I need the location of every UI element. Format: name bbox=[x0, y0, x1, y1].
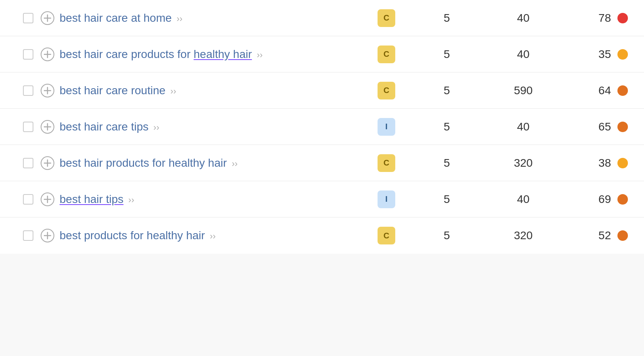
score-value: 65 bbox=[599, 120, 611, 133]
badge-col: C bbox=[362, 46, 411, 63]
volume-col: 5 bbox=[411, 84, 483, 97]
search-volume-col: 590 bbox=[483, 84, 564, 97]
badge-col: I bbox=[362, 190, 411, 208]
score-col: 52 bbox=[564, 229, 628, 242]
checkbox-col bbox=[16, 49, 40, 60]
score-col: 65 bbox=[564, 120, 628, 133]
score-dot bbox=[617, 230, 628, 241]
keyword-link[interactable]: best hair products for healthy hair ›› bbox=[60, 155, 237, 171]
add-icon[interactable] bbox=[40, 11, 55, 25]
row-checkbox[interactable] bbox=[23, 13, 33, 23]
row-checkbox[interactable] bbox=[23, 158, 33, 168]
add-icon[interactable] bbox=[40, 83, 55, 98]
volume-col: 5 bbox=[411, 12, 483, 25]
row-checkbox[interactable] bbox=[23, 85, 33, 96]
keyword-col: best hair care tips ›› bbox=[40, 119, 362, 135]
checkbox-col bbox=[16, 13, 40, 23]
row-checkbox[interactable] bbox=[23, 49, 33, 60]
type-badge[interactable]: C bbox=[378, 154, 395, 172]
chevron-icon: ›› bbox=[174, 14, 183, 24]
add-icon[interactable] bbox=[40, 156, 55, 170]
volume-col: 5 bbox=[411, 229, 483, 242]
keyword-col: best hair products for healthy hair ›› bbox=[40, 155, 362, 171]
type-badge[interactable]: C bbox=[378, 227, 395, 244]
row-checkbox[interactable] bbox=[23, 230, 33, 241]
add-icon[interactable] bbox=[40, 120, 55, 134]
type-badge[interactable]: C bbox=[378, 82, 395, 99]
score-value: 64 bbox=[599, 84, 611, 97]
volume-col: 5 bbox=[411, 48, 483, 61]
checkbox-col bbox=[16, 230, 40, 241]
search-volume-col: 40 bbox=[483, 120, 564, 133]
keyword-link[interactable]: best hair care products for healthy hair… bbox=[60, 46, 263, 62]
chevron-icon: ›› bbox=[151, 122, 159, 132]
badge-col: C bbox=[362, 9, 411, 27]
badge-col: I bbox=[362, 118, 411, 136]
table-row: best hair care tips ›› I54065 bbox=[0, 109, 644, 145]
table-row: best products for healthy hair ›› C53205… bbox=[0, 217, 644, 254]
volume-col: 5 bbox=[411, 193, 483, 206]
volume-col: 5 bbox=[411, 157, 483, 170]
score-dot bbox=[617, 85, 628, 96]
keyword-table: best hair care at home ›› C54078 best ha… bbox=[0, 0, 644, 254]
badge-col: C bbox=[362, 82, 411, 99]
search-volume-col: 320 bbox=[483, 229, 564, 242]
add-icon[interactable] bbox=[40, 47, 55, 62]
keyword-col: best hair tips ›› bbox=[40, 191, 362, 207]
checkbox-col bbox=[16, 158, 40, 168]
score-dot bbox=[617, 158, 628, 168]
chevron-icon: ›› bbox=[168, 86, 176, 96]
table-row: best hair care products for healthy hair… bbox=[0, 36, 644, 72]
table-row: best hair care routine ›› C559064 bbox=[0, 72, 644, 109]
type-badge[interactable]: I bbox=[378, 190, 395, 208]
score-value: 35 bbox=[599, 48, 611, 61]
checkbox-col bbox=[16, 122, 40, 132]
row-checkbox[interactable] bbox=[23, 194, 33, 205]
table-row: best hair care at home ›› C54078 bbox=[0, 0, 644, 36]
score-dot bbox=[617, 49, 628, 60]
chevron-icon: ›› bbox=[229, 159, 238, 169]
chevron-icon: ›› bbox=[254, 50, 263, 60]
keyword-col: best hair care routine ›› bbox=[40, 83, 362, 98]
add-icon[interactable] bbox=[40, 192, 55, 207]
chevron-icon: ›› bbox=[207, 231, 216, 241]
score-value: 38 bbox=[599, 157, 611, 170]
keyword-col: best hair care at home ›› bbox=[40, 10, 362, 26]
score-dot bbox=[617, 13, 628, 23]
score-col: 69 bbox=[564, 193, 628, 206]
checkbox-col bbox=[16, 85, 40, 96]
chevron-icon: ›› bbox=[126, 195, 134, 205]
score-value: 69 bbox=[599, 193, 611, 206]
type-badge[interactable]: C bbox=[378, 9, 395, 27]
table-row: best hair products for healthy hair ›› C… bbox=[0, 145, 644, 181]
keyword-link[interactable]: best hair care at home ›› bbox=[60, 10, 182, 26]
keyword-link[interactable]: best hair tips ›› bbox=[60, 191, 134, 207]
score-value: 52 bbox=[599, 229, 611, 242]
table-row: best hair tips ›› I54069 bbox=[0, 181, 644, 217]
add-icon[interactable] bbox=[40, 228, 55, 243]
row-checkbox[interactable] bbox=[23, 122, 33, 132]
search-volume-col: 320 bbox=[483, 157, 564, 170]
search-volume-col: 40 bbox=[483, 48, 564, 61]
type-badge[interactable]: I bbox=[378, 118, 395, 136]
keyword-link[interactable]: best products for healthy hair ›› bbox=[60, 228, 216, 243]
keyword-col: best hair care products for healthy hair… bbox=[40, 46, 362, 62]
score-dot bbox=[617, 194, 628, 205]
volume-col: 5 bbox=[411, 120, 483, 133]
score-dot bbox=[617, 122, 628, 132]
score-col: 38 bbox=[564, 157, 628, 170]
score-value: 78 bbox=[599, 12, 611, 25]
search-volume-col: 40 bbox=[483, 193, 564, 206]
keyword-link[interactable]: best hair care routine ›› bbox=[60, 83, 176, 98]
badge-col: C bbox=[362, 227, 411, 244]
score-col: 64 bbox=[564, 84, 628, 97]
checkbox-col bbox=[16, 194, 40, 205]
keyword-col: best products for healthy hair ›› bbox=[40, 228, 362, 243]
badge-col: C bbox=[362, 154, 411, 172]
type-badge[interactable]: C bbox=[378, 46, 395, 63]
score-col: 78 bbox=[564, 12, 628, 25]
score-col: 35 bbox=[564, 48, 628, 61]
search-volume-col: 40 bbox=[483, 12, 564, 25]
keyword-link[interactable]: best hair care tips ›› bbox=[60, 119, 159, 135]
